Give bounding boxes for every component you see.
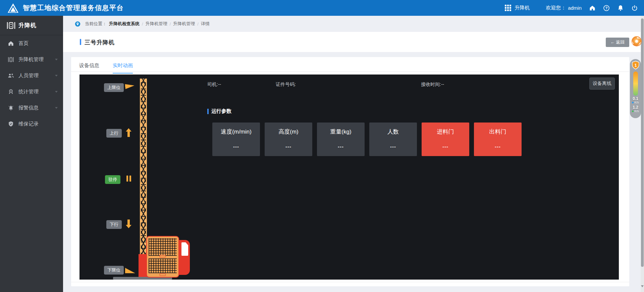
driver-label: 司机:--	[207, 82, 221, 88]
breadcrumb-prefix: 当前位置：	[85, 21, 107, 27]
scrollbar-down-arrow[interactable]	[641, 285, 644, 287]
speed-monitor-widget[interactable]: 1 0.1 K/s 1.2 K/s	[630, 59, 641, 118]
param-card-inlet-door: 进料门 ---	[422, 123, 469, 156]
cage-mesh-frame	[147, 237, 178, 277]
tabs: 设备信息 实时动画	[79, 62, 133, 74]
lower-limit-flag-icon	[125, 268, 135, 273]
pause-icon	[126, 176, 131, 182]
arrow-up-icon	[126, 128, 131, 137]
cage-cab	[176, 240, 190, 275]
sidebar-item-hoist-management[interactable]: 升降机管理	[0, 51, 63, 67]
param-card-weight: 重量(kg) ---	[317, 123, 365, 156]
speed-item-down: 0.1 K/s	[632, 97, 639, 104]
welcome-label: 欢迎您：	[546, 5, 566, 11]
shield-icon	[8, 121, 14, 127]
param-card-speed: 速度(m/min) ---	[212, 123, 260, 156]
sidebar-item-home[interactable]: 首页	[0, 35, 63, 51]
tab-device-info[interactable]: 设备信息	[79, 62, 99, 74]
chevron-down-icon	[55, 75, 58, 77]
arrow-down-icon	[126, 220, 131, 228]
back-button[interactable]: ← 返回	[606, 38, 629, 47]
speed-gradient-bar	[633, 71, 638, 96]
sidebar-item-personnel-management[interactable]: 人员管理	[0, 67, 63, 84]
card-bottom-divider	[71, 282, 629, 282]
security-shield-icon: 1	[632, 61, 640, 69]
realtime-animation-panel: 上限位 上行 驻停 下行 下限位	[79, 75, 619, 280]
platform-logo-icon	[7, 3, 19, 13]
state-lower-limit: 下限位	[104, 266, 124, 275]
state-upper-limit: 上限位	[104, 83, 124, 92]
alarm-icon	[8, 105, 14, 111]
apps-grid-icon[interactable]	[505, 5, 511, 11]
param-cards: 速度(m/min) --- 高度(m) --- 重量(kg) --- 人数 --…	[212, 123, 522, 156]
tab-divider	[71, 71, 629, 72]
sidebar-item-maintenance-records[interactable]: 维保记录	[0, 116, 63, 132]
hoist-logo-icon	[7, 21, 15, 30]
section-accent-bar	[207, 109, 209, 114]
page-title: 三号升降机	[85, 39, 115, 46]
people-icon	[8, 72, 14, 79]
hoist-mast	[140, 79, 147, 261]
help-icon[interactable]: ?	[603, 5, 610, 11]
upper-limit-flag-icon	[125, 83, 135, 90]
blue-dot-icon	[632, 102, 634, 103]
location-pin-icon	[75, 21, 80, 27]
extension-swirl-icon[interactable]	[631, 36, 642, 47]
breadcrumb-current: 详情	[201, 21, 210, 27]
sidebar-logo: 升降机	[0, 16, 63, 35]
state-up: 上行	[106, 129, 122, 138]
scrollbar-thumb[interactable]	[641, 18, 644, 267]
hoist-cage	[147, 237, 194, 278]
title-accent-bar	[80, 39, 81, 45]
running-params-header: 运行参数	[207, 108, 231, 114]
page-scrollbar	[641, 16, 644, 292]
chevron-down-icon	[55, 91, 58, 93]
stats-medal-icon	[8, 89, 14, 95]
svg-text:?: ?	[605, 6, 608, 10]
tab-realtime-animation[interactable]: 实时动画	[113, 62, 133, 74]
top-header: 智慧工地综合管理服务信息平台 升降机 欢迎您： admin ?	[0, 0, 644, 16]
chevron-down-icon	[55, 107, 58, 109]
certificate-label: 证件号码:	[276, 82, 296, 88]
platform-title: 智慧工地综合管理服务信息平台	[23, 3, 124, 12]
breadcrumb-root[interactable]: 升降机检查系统	[109, 21, 140, 27]
hoist-mast-base	[139, 254, 148, 278]
cab-window	[181, 242, 188, 256]
power-icon[interactable]	[631, 5, 638, 11]
bell-icon[interactable]	[617, 5, 624, 11]
param-card-outlet-door: 出料门 ---	[474, 123, 522, 156]
param-card-people: 人数 ---	[369, 123, 417, 156]
page-title-bar: 三号升降机 ← 返回	[63, 32, 644, 52]
hoist-icon	[8, 56, 14, 63]
breadcrumb-item[interactable]: 升降机管理	[173, 21, 195, 27]
green-dot-icon	[632, 110, 634, 112]
main-content: 当前位置： 升降机检查系统 / 升降机管理 / 升降机管理 / 详情 三号升降机…	[63, 16, 644, 292]
sidebar: 升降机 首页 升降机管理 人员管理	[0, 16, 63, 292]
param-card-height: 高度(m) ---	[265, 123, 312, 156]
current-app-label[interactable]: 升降机	[515, 5, 530, 11]
content-card: 设备信息 实时动画 上限位 上行 驻停 下行 下限位	[71, 57, 629, 286]
state-parked: 驻停	[105, 175, 120, 184]
shield-badge-number: 1	[634, 63, 637, 68]
device-offline-button[interactable]: 设备离线	[589, 78, 615, 90]
sidebar-logo-label: 升降机	[18, 21, 37, 29]
home-icon[interactable]	[589, 5, 596, 11]
username: admin	[568, 5, 582, 11]
state-down: 下行	[106, 220, 122, 229]
home-icon	[8, 40, 14, 47]
receive-time-label: 接收时间:--	[421, 82, 444, 88]
sidebar-item-statistics-management[interactable]: 统计管理	[0, 84, 63, 100]
sidebar-item-alarm-info[interactable]: 报警信息	[0, 100, 63, 116]
speed-item-up: 1.2 K/s	[632, 106, 639, 113]
breadcrumb: 当前位置： 升降机检查系统 / 升降机管理 / 升降机管理 / 详情	[63, 16, 644, 32]
chevron-down-icon	[55, 59, 58, 60]
breadcrumb-item[interactable]: 升降机管理	[146, 21, 167, 27]
